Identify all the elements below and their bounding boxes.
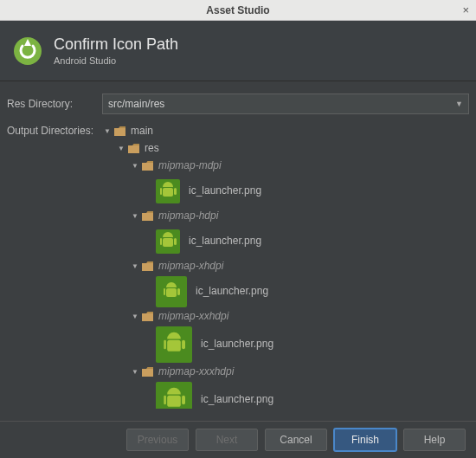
content-area: Res Directory: src/main/res ▼ Output Dir… xyxy=(0,81,476,421)
tree-node-file[interactable]: ic_launcher.png xyxy=(102,381,469,409)
tree-label: res xyxy=(145,142,159,156)
tree-node-folder[interactable]: ▼mipmap-xxxhdpi xyxy=(102,364,469,381)
tree-node-folder[interactable]: ▼mipmap-xhdpi xyxy=(102,258,469,275)
disclosure-triangle-icon[interactable]: ▼ xyxy=(130,262,140,271)
tree-label: main xyxy=(131,125,153,139)
tree-node-file[interactable]: ic_launcher.png xyxy=(102,225,469,258)
icon-preview-thumbnail xyxy=(156,179,180,203)
tree-file-label: ic_launcher.png xyxy=(189,235,261,248)
res-directory-row: Res Directory: src/main/res ▼ xyxy=(7,94,469,114)
tree-node-file[interactable]: ic_launcher.png xyxy=(102,175,469,208)
disclosure-triangle-icon[interactable]: ▼ xyxy=(130,368,140,377)
chevron-down-icon: ▼ xyxy=(455,100,463,108)
svg-rect-7 xyxy=(142,313,153,321)
tree-node-folder[interactable]: ▼mipmap-mdpi xyxy=(102,158,469,175)
tree-file-label: ic_launcher.png xyxy=(201,338,273,352)
disclosure-triangle-icon[interactable]: ▼ xyxy=(130,162,140,171)
tree-label: mipmap-xxhdpi xyxy=(158,310,228,324)
tree-label: mipmap-xxxhdpi xyxy=(158,365,234,379)
cancel-button[interactable]: Cancel xyxy=(265,429,327,451)
icon-preview-thumbnail xyxy=(156,382,192,409)
res-directory-select[interactable]: src/main/res ▼ xyxy=(102,94,469,114)
res-directory-label: Res Directory: xyxy=(7,98,102,110)
tree-file-label: ic_launcher.png xyxy=(196,285,268,299)
tree-node-file[interactable]: ic_launcher.png xyxy=(102,275,469,308)
tree-label: mipmap-mdpi xyxy=(158,159,222,173)
output-directories-row: Output Directories: ▼main▼res▼mipmap-mdp… xyxy=(7,123,469,409)
res-directory-value: src/main/res xyxy=(108,98,164,110)
tree-node-folder[interactable]: ▼mipmap-xxhdpi xyxy=(102,308,469,326)
dialog-footer: Previous Next Cancel Finish Help xyxy=(0,421,476,458)
disclosure-triangle-icon[interactable]: ▼ xyxy=(130,313,140,321)
folder-icon xyxy=(142,161,154,171)
disclosure-triangle-icon[interactable]: ▼ xyxy=(116,145,126,153)
folder-icon xyxy=(142,367,154,377)
output-directories-tree[interactable]: ▼main▼res▼mipmap-mdpiic_launcher.png▼mip… xyxy=(102,123,469,409)
header-subtitle: Android Studio xyxy=(54,55,178,66)
icon-preview-thumbnail xyxy=(156,229,180,254)
disclosure-triangle-icon[interactable]: ▼ xyxy=(102,127,113,136)
folder-icon xyxy=(114,126,126,137)
folder-icon xyxy=(142,312,154,322)
tree-file-label: ic_launcher.png xyxy=(201,393,273,407)
disclosure-triangle-icon[interactable]: ▼ xyxy=(130,212,140,221)
svg-rect-5 xyxy=(142,213,153,221)
android-studio-icon xyxy=(12,35,43,67)
close-icon[interactable]: × xyxy=(462,3,469,16)
finish-button[interactable]: Finish xyxy=(334,429,396,451)
header-title: Confirm Icon Path xyxy=(54,35,178,54)
tree-label: mipmap-xhdpi xyxy=(158,260,223,274)
svg-rect-4 xyxy=(142,163,153,171)
folder-icon xyxy=(142,261,154,272)
titlebar: Asset Studio × xyxy=(0,0,476,21)
tree-label: mipmap-hdpi xyxy=(158,210,218,223)
tree-file-label: ic_launcher.png xyxy=(189,184,261,198)
previous-button: Previous xyxy=(126,429,189,451)
tree-node-file[interactable]: ic_launcher.png xyxy=(102,326,469,364)
tree-node-main[interactable]: ▼main xyxy=(102,123,469,140)
output-directories-label: Output Directories: xyxy=(7,125,102,137)
svg-rect-2 xyxy=(114,128,125,136)
svg-rect-6 xyxy=(142,263,153,271)
header-text: Confirm Icon Path Android Studio xyxy=(54,35,178,66)
next-button: Next xyxy=(196,429,258,451)
folder-icon xyxy=(142,211,154,222)
folder-icon xyxy=(128,144,140,154)
tree-node-folder[interactable]: ▼mipmap-hdpi xyxy=(102,208,469,225)
svg-rect-8 xyxy=(142,369,153,377)
help-button[interactable]: Help xyxy=(403,429,466,451)
dialog-header: Confirm Icon Path Android Studio xyxy=(0,21,476,81)
icon-preview-thumbnail xyxy=(156,276,187,307)
svg-rect-3 xyxy=(128,145,139,153)
tree-node-res[interactable]: ▼res xyxy=(102,140,469,158)
icon-preview-thumbnail xyxy=(156,326,192,363)
window-title: Asset Studio xyxy=(206,4,269,16)
